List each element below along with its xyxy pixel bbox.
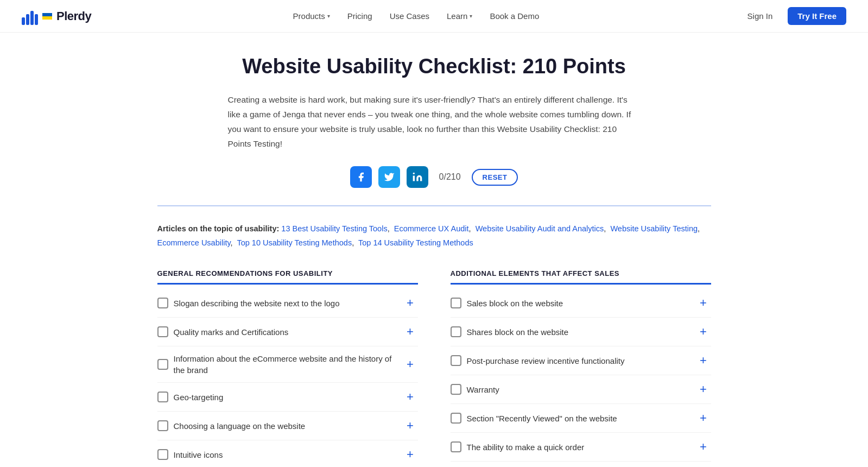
item-label-r4: Warranty [467,384,690,395]
expand-button-r4[interactable]: + [696,382,711,397]
nav-products[interactable]: Products ▾ [286,7,338,25]
nav-book-demo[interactable]: Book a Demo [482,7,547,25]
facebook-share-button[interactable] [350,166,372,188]
list-item: Post-purchase review incentive functiona… [451,346,711,375]
checkbox-6[interactable] [157,449,168,460]
header: Plerdy Products ▾ Pricing Use Cases Lear… [0,0,868,33]
list-item: Quality marks and Certifications + [157,318,418,346]
hero-section: Website Usability Checklist: 210 Points … [157,54,711,188]
item-label-r2: Shares block on the website [467,326,690,338]
articles-row: Articles on the topic of usability: 13 B… [157,222,711,250]
linkedin-icon [412,172,423,182]
expand-button-r2[interactable]: + [696,324,711,339]
try-free-button[interactable]: Try It Free [788,7,846,25]
article-link-4[interactable]: Website Usability Testing [610,224,698,233]
list-item: Intuitive icons + [157,440,418,467]
checkbox-r4[interactable] [451,384,461,395]
checklist-columns: GENERAL RECOMMENDATIONS FOR USABILITY Sl… [157,269,711,467]
ukraine-flag-icon [42,13,52,20]
item-label-3: Information about the eCommerce website … [174,353,397,376]
item-label-r1: Sales block on the website [467,298,690,309]
page-title: Website Usability Checklist: 210 Points [157,54,711,79]
chevron-down-icon: ▾ [327,13,330,19]
checkbox-r2[interactable] [451,326,461,337]
section-divider [157,205,711,206]
list-item: Shares block on the website + [451,318,711,346]
expand-button-r5[interactable]: + [696,411,711,426]
twitter-share-button[interactable] [378,166,400,188]
social-row: 0/210 RESET [157,166,711,188]
checkbox-r6[interactable] [451,441,461,452]
header-actions: Sign In Try It Free [741,7,846,25]
progress-counter: 0/210 [439,172,461,182]
article-link-6[interactable]: Top 10 Usability Testing Methods [237,238,352,247]
checkbox-r5[interactable] [451,413,461,424]
article-link-1[interactable]: 13 Best Usability Testing Tools [281,224,387,233]
list-item: Geo-targeting + [157,383,418,412]
logo[interactable]: Plerdy [22,8,91,25]
expand-button-1[interactable]: + [403,295,418,311]
checkbox-4[interactable] [157,392,168,402]
article-link-3[interactable]: Website Usability Audit and Analytics [476,224,604,233]
list-item: The ability to make a quick order + [451,433,711,462]
checkbox-3[interactable] [157,359,168,370]
checkbox-r3[interactable] [451,355,461,366]
left-section-title: GENERAL RECOMMENDATIONS FOR USABILITY [157,269,418,285]
list-item: Choosing a language on the website + [157,412,418,440]
main-content: Website Usability Checklist: 210 Points … [136,33,733,467]
list-item: Slogan describing the website next to th… [157,289,418,318]
item-label-1: Slogan describing the website next to th… [174,298,397,309]
list-item: Section "Recently Viewed" on the website… [451,404,711,433]
expand-button-3[interactable]: + [403,357,418,372]
sign-in-button[interactable]: Sign In [741,8,780,24]
nav-use-cases[interactable]: Use Cases [382,7,437,25]
expand-button-r3[interactable]: + [696,353,711,368]
chevron-down-icon: ▾ [470,13,472,19]
list-item: Information about the eCommerce website … [157,346,418,383]
reset-button[interactable]: RESET [472,169,518,186]
item-label-r6: The ability to make a quick order [467,441,690,453]
articles-prefix: Articles on the topic of usability: [157,224,280,233]
item-label-r3: Post-purchase review incentive functiona… [467,355,690,367]
expand-button-4[interactable]: + [403,389,418,405]
logo-text: Plerdy [56,9,91,23]
item-label-6: Intuitive icons [174,449,397,460]
list-item: Sales block on the website + [451,289,711,318]
article-link-2[interactable]: Ecommerce UX Audit [394,224,469,233]
nav-pricing[interactable]: Pricing [340,7,380,25]
article-link-5[interactable]: Ecommerce Usability [157,238,231,247]
item-label-2: Quality marks and Certifications [174,326,397,338]
item-label-5: Choosing a language on the website [174,420,397,432]
checkbox-1[interactable] [157,298,168,308]
facebook-icon [356,172,366,182]
right-section-title: ADDITIONAL ELEMENTS THAT AFFECT SALES [451,269,711,285]
left-checklist-section: GENERAL RECOMMENDATIONS FOR USABILITY Sl… [157,269,418,467]
expand-button-r1[interactable]: + [696,295,711,311]
list-item: Warranty + [451,375,711,404]
expand-button-6[interactable]: + [403,447,418,462]
article-link-7[interactable]: Top 14 Usability Testing Methods [358,238,473,247]
twitter-icon [384,172,395,182]
expand-button-5[interactable]: + [403,418,418,433]
main-nav: Products ▾ Pricing Use Cases Learn ▾ Boo… [286,7,547,25]
right-checklist-section: ADDITIONAL ELEMENTS THAT AFFECT SALES Sa… [451,269,711,467]
checkbox-r1[interactable] [451,298,461,308]
item-label-4: Geo-targeting [174,392,397,403]
svg-point-0 [413,173,414,174]
checkbox-5[interactable] [157,420,168,431]
checkbox-2[interactable] [157,326,168,337]
hero-description: Creating a website is hard work, but mak… [228,92,641,152]
expand-button-r6[interactable]: + [696,439,711,455]
expand-button-2[interactable]: + [403,324,418,339]
logo-icon [22,8,38,25]
item-label-r5: Section "Recently Viewed" on the website [467,413,690,424]
linkedin-share-button[interactable] [407,166,428,188]
list-item: Interesting offers + [451,462,711,467]
nav-learn[interactable]: Learn ▾ [439,7,480,25]
